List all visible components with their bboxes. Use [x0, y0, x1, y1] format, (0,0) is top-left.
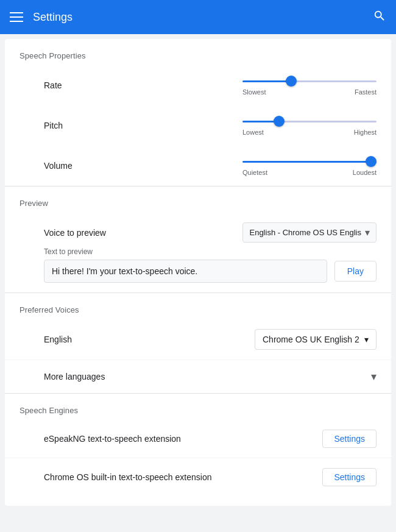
- pitch-slider[interactable]: [242, 121, 377, 122]
- engine2-label: Chrome OS built-in text-to-speech extens…: [44, 472, 211, 482]
- rate-slider-track: [242, 75, 377, 87]
- english-voice-dropdown[interactable]: Chrome OS UK English 2 ▾: [255, 329, 377, 350]
- header: Settings: [0, 0, 396, 34]
- play-button[interactable]: Play: [334, 261, 377, 282]
- volume-max-label: Loudest: [353, 169, 377, 176]
- volume-slider-track: [242, 155, 377, 168]
- main-content: Speech Properties Rate Slowest Fastest P…: [5, 39, 391, 506]
- voice-dropdown-value: English - Chrome OS US Englis: [249, 228, 361, 237]
- voice-dropdown[interactable]: English - Chrome OS US Englis ▾: [242, 222, 377, 243]
- pitch-slider-labels: Lowest Highest: [242, 129, 377, 136]
- rate-label: Rate: [44, 80, 93, 90]
- search-icon[interactable]: [373, 9, 386, 26]
- engine2-settings-button[interactable]: Settings: [322, 468, 377, 486]
- engine1-settings-button[interactable]: Settings: [322, 430, 377, 448]
- pitch-slider-container: Lowest Highest: [242, 115, 377, 136]
- preferred-voices-header: Preferred Voices: [5, 293, 391, 319]
- english-voice-label: English: [44, 335, 93, 344]
- volume-min-label: Quietest: [242, 169, 267, 176]
- volume-slider-container: Quietest Loudest: [242, 155, 377, 176]
- rate-max-label: Fastest: [355, 88, 377, 96]
- engine1-row: eSpeakNG text-to-speech extension Settin…: [5, 420, 391, 458]
- text-preview-row: Play: [44, 260, 377, 283]
- menu-icon[interactable]: [10, 12, 23, 22]
- rate-slider-container: Slowest Fastest: [242, 75, 377, 96]
- volume-row: Volume Quietest Loudest: [5, 146, 391, 186]
- volume-label: Volume: [44, 161, 93, 171]
- volume-slider[interactable]: [242, 161, 377, 163]
- engine2-row: Chrome OS built-in text-to-speech extens…: [5, 458, 391, 496]
- voice-preview-label: Voice to preview: [44, 228, 106, 238]
- text-preview-label: Text to preview: [44, 247, 377, 256]
- text-preview-section: Text to preview Play: [5, 247, 391, 293]
- rate-min-label: Slowest: [242, 88, 266, 96]
- rate-row: Rate Slowest Fastest: [5, 65, 391, 105]
- voice-dropdown-chevron: ▾: [365, 227, 370, 238]
- pitch-row: Pitch Lowest Highest: [5, 105, 391, 146]
- english-voice-row: English Chrome OS UK English 2 ▾: [5, 319, 391, 360]
- header-left: Settings: [10, 11, 72, 24]
- engine1-label: eSpeakNG text-to-speech extension: [44, 434, 181, 444]
- pitch-label: Pitch: [44, 121, 93, 130]
- rate-slider[interactable]: [242, 80, 377, 82]
- more-languages-chevron: ▾: [371, 370, 377, 383]
- rate-slider-labels: Slowest Fastest: [242, 88, 377, 96]
- volume-slider-labels: Quietest Loudest: [242, 169, 377, 176]
- pitch-min-label: Lowest: [242, 129, 264, 136]
- more-languages-row[interactable]: More languages ▾: [5, 360, 391, 393]
- text-preview-input[interactable]: [44, 260, 327, 283]
- more-languages-label: More languages: [44, 372, 105, 381]
- speech-engines-header: Speech Engines: [5, 394, 391, 420]
- pitch-slider-track: [242, 115, 377, 127]
- english-voice-value: Chrome OS UK English 2: [263, 335, 359, 344]
- pitch-max-label: Highest: [354, 129, 377, 136]
- speech-properties-header: Speech Properties: [5, 39, 391, 65]
- header-title: Settings: [33, 11, 72, 24]
- preview-header: Preview: [5, 186, 391, 213]
- english-voice-chevron: ▾: [364, 335, 369, 344]
- voice-preview-row: Voice to preview English - Chrome OS US …: [5, 213, 391, 247]
